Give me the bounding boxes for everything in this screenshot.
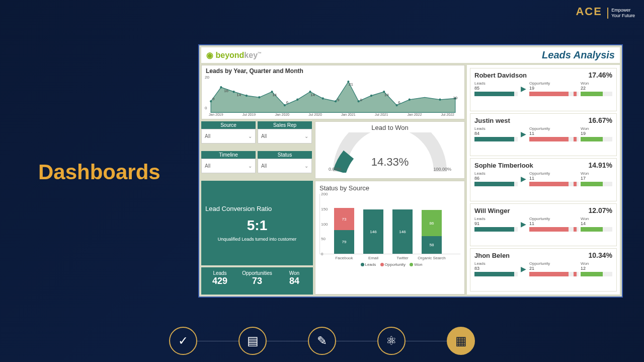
- nav-step-5-active[interactable]: ▦: [447, 327, 475, 355]
- timeseries-title: Leads by Year, Quarter and Month: [206, 67, 460, 75]
- rep-won-bar: [581, 182, 612, 186]
- conversion-panel: Lead Conversion Ratio 5:1 Unqualified Le…: [201, 181, 313, 265]
- ace-logo: ACE Empower Your Future: [576, 5, 635, 19]
- rep-name: Will Winger: [474, 207, 510, 214]
- nav-step-1[interactable]: ✓: [169, 327, 197, 355]
- svg-point-0: [210, 100, 212, 102]
- filters-group: Source All⌄ Sales Rep All⌄ Timeline All⌄…: [201, 121, 313, 179]
- rep-leads-bar: [474, 92, 518, 96]
- play-icon: ▶: [521, 220, 526, 228]
- rep-opportunity-bar: [529, 182, 579, 186]
- filter-status-dropdown[interactable]: All⌄: [258, 159, 312, 173]
- filter-source: Source All⌄: [201, 121, 256, 149]
- svg-point-9: [322, 97, 324, 99]
- bar-facebook: 73 79 Facebook: [334, 208, 354, 254]
- rep-opportunity-bar: [529, 227, 579, 232]
- rep-percent: 12.07%: [589, 206, 612, 214]
- svg-point-1: [220, 86, 222, 88]
- svg-point-10: [335, 100, 337, 102]
- rep-won-bar: [581, 92, 612, 96]
- rep-percent: 16.67%: [589, 116, 612, 124]
- filter-source-dropdown[interactable]: All⌄: [201, 129, 256, 143]
- svg-point-6: [284, 104, 286, 106]
- nav-step-4[interactable]: ⚛: [377, 327, 406, 355]
- play-icon: ▶: [521, 85, 526, 93]
- bar-twitter: 146 Twitter: [392, 209, 413, 254]
- timeseries-area: 20 0 9 16 14 14 6 14 9 21 9 14 6: [206, 76, 460, 115]
- rep-leads-bar: [474, 137, 518, 141]
- rep-opportunity-bar: [529, 92, 579, 96]
- rep-leads-bar: [474, 182, 518, 186]
- play-icon: ▶: [521, 265, 526, 273]
- play-icon: ▶: [521, 175, 526, 183]
- rep-won-bar: [581, 272, 612, 276]
- nav-stepper: ✓ ▤ ✎ ⚛ ▦: [169, 327, 475, 355]
- slide-title: Dashboards: [38, 160, 160, 184]
- nav-step-2[interactable]: ▤: [238, 327, 267, 355]
- svg-point-4: [258, 96, 260, 98]
- svg-point-12: [358, 100, 360, 102]
- bar-organic: 86 58 Organic Search: [422, 210, 442, 254]
- reps-list: Robert Davidson17.46% Leads85 ▶ Opportun…: [467, 65, 620, 295]
- rep-opportunity-bar: [529, 272, 579, 276]
- play-icon: ▶: [521, 130, 526, 138]
- filter-status: Status All⌄: [258, 151, 312, 179]
- rep-card: Jhon Belen10.34% Leads83 ▶ Opportunity21…: [470, 248, 617, 292]
- svg-point-2: [233, 91, 235, 93]
- stats-panel: Leads429 Opportunities73 Won84: [201, 267, 313, 295]
- rep-card: Sophie Timberlook14.91% Leads86 ▶ Opport…: [470, 158, 617, 201]
- gauge-chart: Lead to Won 14.33% 0.00% 100.00%: [315, 121, 465, 179]
- dashboard-container: ◉ beyondkey™ Leads Analysis Leads by Yea…: [198, 44, 623, 298]
- rep-percent: 17.46%: [589, 71, 612, 79]
- rep-opportunity-bar: [529, 137, 579, 141]
- rep-percent: 14.91%: [589, 161, 612, 169]
- rep-name: Robert Davidson: [474, 71, 527, 79]
- ace-tagline: Empower Your Future: [607, 8, 635, 19]
- nav-step-3[interactable]: ✎: [308, 327, 336, 355]
- svg-point-3: [246, 95, 248, 97]
- svg-point-13: [370, 95, 372, 97]
- svg-point-7: [296, 99, 298, 101]
- chevron-down-icon: ⌄: [248, 133, 252, 139]
- rep-name: Justin west: [474, 117, 510, 124]
- gauge-value: 14.33%: [371, 156, 409, 169]
- filter-timeline-dropdown[interactable]: All⌄: [201, 159, 256, 173]
- rep-card: Justin west16.67% Leads84 ▶ Opportunity1…: [470, 113, 617, 157]
- chevron-down-icon: ⌄: [304, 133, 308, 139]
- rep-won-bar: [581, 137, 612, 141]
- page-title: Leads Analysis: [542, 49, 615, 61]
- bar-email: 146 Email: [363, 209, 383, 254]
- filter-sales-rep: Sales Rep All⌄: [258, 121, 312, 149]
- svg-point-17: [439, 99, 441, 101]
- chevron-down-icon: ⌄: [248, 163, 252, 169]
- beyondkey-logo: ◉ beyondkey™: [206, 50, 262, 60]
- svg-point-16: [409, 99, 411, 101]
- rep-card: Robert Davidson17.46% Leads85 ▶ Opportun…: [470, 68, 617, 111]
- filter-timeline: Timeline All⌄: [201, 151, 256, 179]
- rep-name: Jhon Belen: [474, 252, 510, 259]
- rep-name: Sophie Timberlook: [474, 162, 533, 169]
- rep-leads-bar: [474, 227, 518, 232]
- filter-sales-rep-dropdown[interactable]: All⌄: [258, 129, 312, 143]
- rep-percent: 10.34%: [589, 251, 612, 259]
- ace-brand: ACE: [576, 5, 602, 18]
- dashboard-header: ◉ beyondkey™ Leads Analysis: [201, 47, 620, 63]
- rep-card: Will Winger12.07% Leads91 ▶ Opportunity1…: [470, 203, 617, 247]
- sbs-legend: Leads Opportunity Won: [319, 262, 460, 267]
- status-by-source-chart: Status by Source 0 50 100 150 200 73 79 …: [315, 181, 465, 295]
- rep-leads-bar: [474, 272, 518, 276]
- rep-won-bar: [581, 227, 612, 232]
- svg-point-15: [395, 104, 397, 106]
- timeseries-chart: Leads by Year, Quarter and Month 20 0 9 …: [201, 65, 465, 119]
- chevron-down-icon: ⌄: [304, 163, 308, 169]
